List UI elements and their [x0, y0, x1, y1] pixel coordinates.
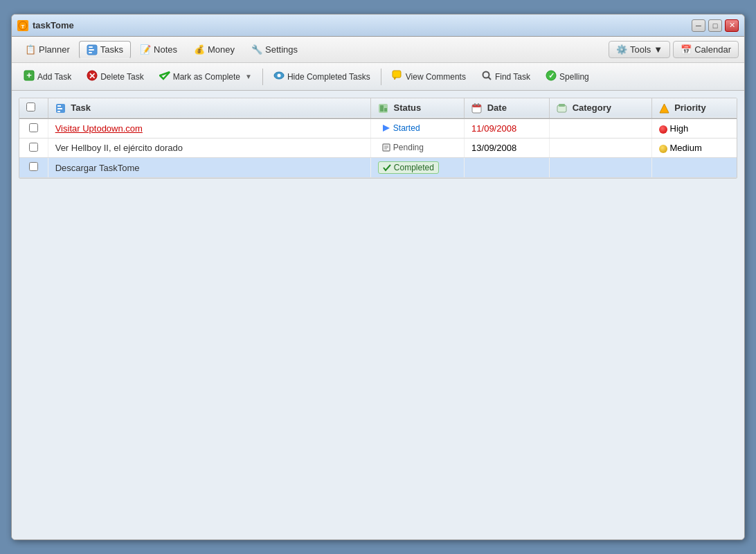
svg-text:T: T [21, 23, 25, 29]
row-date-cell: 11/09/2008 [465, 118, 550, 138]
priority-label: High [670, 123, 689, 134]
tools-dropdown-icon: ▼ [654, 44, 663, 55]
svg-rect-29 [478, 103, 479, 106]
menu-item-planner[interactable]: 📋 Planner [17, 41, 78, 59]
svg-rect-31 [559, 104, 565, 107]
row-date-cell: 13/09/2008 [465, 138, 550, 158]
money-label: Money [208, 44, 235, 55]
tasks-label: Tasks [100, 44, 123, 55]
delete-task-label: Delete Task [100, 72, 143, 82]
view-comments-label: View Comments [406, 72, 466, 82]
toolbar-separator-1 [262, 69, 263, 85]
money-icon: 💰 [194, 44, 205, 55]
th-priority[interactable]: Priority [651, 98, 737, 118]
spelling-button[interactable]: ✓ Spelling [539, 66, 595, 87]
row-priority-cell [651, 158, 737, 178]
status-badge: Completed [378, 161, 439, 174]
th-status-label: Status [393, 102, 421, 113]
mark-complete-icon [159, 70, 170, 83]
status-badge: Started [378, 123, 424, 134]
delete-task-button[interactable]: ✕ Delete Task [80, 66, 150, 87]
status-col-icon [378, 102, 394, 113]
priority-col-icon [659, 102, 675, 113]
svg-rect-22 [57, 111, 60, 112]
row-checkbox[interactable] [29, 143, 38, 152]
add-task-icon: + [24, 70, 35, 83]
menu-item-notes[interactable]: 📝 Notes [132, 41, 185, 59]
minimize-button[interactable]: ─ [692, 19, 705, 32]
view-comments-button[interactable]: View Comments [386, 66, 472, 87]
table-header-row: Task Status [19, 98, 737, 118]
notes-icon: 📝 [140, 44, 151, 55]
add-task-label: Add Task [37, 72, 71, 82]
settings-icon: 🔧 [251, 44, 262, 55]
hide-completed-button[interactable]: Hide Completed Tasks [267, 66, 377, 87]
hide-completed-icon [273, 70, 285, 83]
svg-rect-13 [393, 71, 401, 78]
mark-complete-dropdown-icon: ▼ [245, 73, 252, 80]
row-task-label[interactable]: Visitar Uptodown.com [55, 123, 143, 134]
menu-item-money[interactable]: 💰 Money [186, 41, 242, 59]
mark-complete-button[interactable]: Mark as Complete ▼ [153, 66, 258, 87]
row-priority-cell: High [651, 118, 737, 138]
svg-rect-24 [380, 105, 384, 111]
row-checkbox[interactable] [29, 162, 38, 171]
row-category-cell [550, 138, 652, 158]
svg-marker-32 [660, 104, 669, 113]
close-button[interactable]: ✕ [725, 19, 739, 32]
row-checkbox-cell [19, 118, 48, 138]
menu-bar: 📋 Planner Tasks 📝 Notes 💰 Money 🔧 [12, 37, 744, 63]
row-category-cell [550, 118, 652, 138]
calendar-button[interactable]: 📅 Calendar [673, 41, 739, 58]
select-all-checkbox[interactable] [26, 102, 35, 111]
mark-complete-label: Mark as Complete [173, 72, 240, 82]
menu-item-settings[interactable]: 🔧 Settings [244, 41, 305, 59]
th-check [19, 98, 48, 118]
category-col-icon [557, 102, 573, 113]
svg-marker-10 [160, 72, 170, 79]
svg-line-16 [488, 77, 491, 80]
restore-button[interactable]: □ [708, 19, 722, 32]
add-task-button[interactable]: + Add Task [17, 66, 78, 87]
priority-label: Medium [670, 143, 702, 153]
row-checkbox-cell [19, 158, 48, 178]
table-row: Descargar TaskTome Completed [19, 158, 737, 178]
row-checkbox[interactable] [29, 123, 38, 132]
svg-rect-27 [472, 105, 481, 107]
row-task-label: Ver Hellboy II, el ejército dorado [55, 143, 183, 153]
priority-dot-icon [659, 145, 667, 153]
th-status[interactable]: Status [370, 98, 464, 118]
find-task-button[interactable]: Find Task [475, 66, 537, 87]
row-status-cell: Pending [370, 138, 464, 158]
task-table: Task Status [19, 98, 737, 178]
main-content: Task Status [12, 91, 744, 539]
spelling-label: Spelling [559, 72, 589, 82]
svg-marker-33 [383, 125, 390, 132]
th-task-label: Task [71, 102, 91, 113]
th-category[interactable]: Category [550, 98, 652, 118]
delete-task-icon: ✕ [87, 70, 98, 83]
toolbar: + Add Task ✕ Delete Task Mark as Complet… [12, 63, 744, 91]
svg-text:+: + [26, 70, 32, 80]
tools-icon: ⚙️ [616, 44, 627, 55]
hide-completed-label: Hide Completed Tasks [287, 72, 370, 82]
row-date-value: 13/09/2008 [471, 143, 516, 153]
svg-text:✓: ✓ [548, 71, 555, 80]
svg-rect-21 [57, 108, 62, 109]
tasks-icon [87, 44, 98, 55]
task-panel: Task Status [19, 98, 737, 179]
row-task-cell: Ver Hellboy II, el ejército dorado [48, 138, 370, 158]
th-date[interactable]: Date [465, 98, 550, 118]
planner-icon: 📋 [25, 44, 36, 55]
row-priority-cell: Medium [651, 138, 737, 158]
toolbar-separator-2 [381, 69, 381, 85]
row-task-cell: Descargar TaskTome [48, 158, 370, 178]
svg-marker-14 [394, 78, 396, 80]
svg-rect-28 [474, 103, 476, 106]
th-task[interactable]: Task [48, 98, 370, 118]
tools-button[interactable]: ⚙️ Tools ▼ [609, 41, 670, 58]
svg-rect-5 [89, 52, 92, 53]
svg-rect-4 [89, 49, 94, 51]
menu-item-tasks[interactable]: Tasks [79, 41, 131, 59]
row-date-cell [465, 158, 550, 178]
